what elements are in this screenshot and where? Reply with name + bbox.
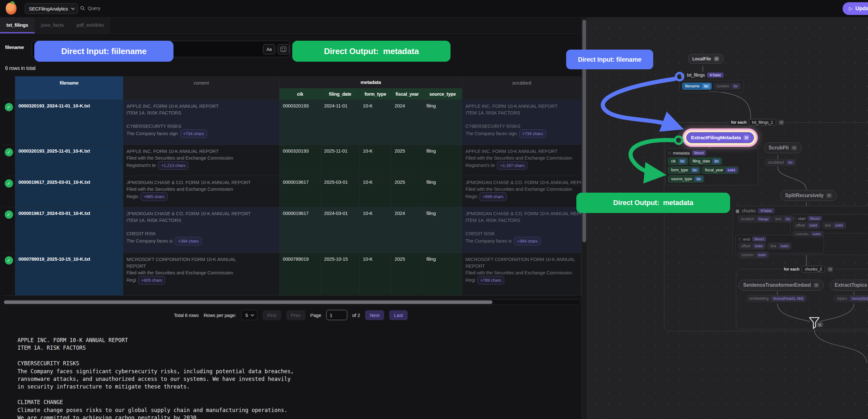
node-split-recursively[interactable]: SplitRecursively ▤ <box>780 190 837 201</box>
node-localfile[interactable]: LocalFile ▤ <box>688 54 723 64</box>
play-icon: ▷ <box>849 6 852 11</box>
cell-cik: 0000789019 <box>280 253 321 296</box>
total-rows-label: Total 6 rows <box>174 312 198 318</box>
more-chars-badge[interactable]: +1,213 chars <box>158 161 188 170</box>
more-chars-badge[interactable]: +734 chars <box>519 129 546 138</box>
update-button[interactable]: ▷ Update <box>843 2 868 15</box>
node-scrub-pii[interactable]: ScrubPii ▤ <box>764 143 802 153</box>
field-name: fiscal_year <box>703 167 726 173</box>
field-offset[interactable]: offset Int64 <box>793 222 820 229</box>
more-chars-badge[interactable]: +965 chars <box>141 192 167 201</box>
first-page-button[interactable]: First <box>262 310 281 320</box>
success-check-icon: ✓ <box>5 179 13 187</box>
more-chars-badge[interactable]: +789 chars <box>477 276 504 285</box>
success-check-icon: ✓ <box>5 148 13 156</box>
txt-filings-fields-box: filename Str content Str <box>679 80 744 92</box>
field-fiscal-year[interactable]: fiscal_year Int64 <box>702 167 738 174</box>
header-filename: filename <box>15 76 123 100</box>
field-text[interactable]: text Str <box>772 215 793 222</box>
row-status-cell: ✓ <box>3 176 15 207</box>
table-type-badge: KTable <box>707 72 723 78</box>
input-port-ring <box>675 72 684 81</box>
field-line[interactable]: line Int64 <box>822 222 846 229</box>
field-content[interactable]: content Str <box>714 83 741 90</box>
field-type: Str <box>732 84 740 89</box>
page-size-value: 5 <box>245 312 248 318</box>
foreach-txt-filings-header: for each txt_filings_1 ▤ <box>729 119 786 126</box>
node-extract-topics[interactable]: ExtractTopics ▤ <box>830 280 868 291</box>
header-cik: cik <box>280 88 321 100</box>
page-size-select[interactable]: 5 <box>241 310 257 320</box>
more-chars-badge[interactable]: +394 chars <box>514 237 541 245</box>
next-page-button[interactable]: Next <box>365 310 384 320</box>
field-line[interactable]: line Int64 <box>768 243 792 249</box>
more-chars-badge[interactable]: +1,187 chars <box>497 161 527 170</box>
field-scrubbed[interactable]: scrubbed Str <box>765 159 796 166</box>
header-content: content <box>123 76 280 100</box>
top-bar: SECFilingAnalytics Query ▷ Update <box>0 0 868 18</box>
more-chars-badge[interactable]: +394 chars <box>175 237 202 245</box>
field-type: Vector[Float32, 384] <box>771 296 805 301</box>
more-chars-badge[interactable]: +734 chars <box>180 129 207 138</box>
tab-json-facts[interactable]: json_facts <box>35 18 70 33</box>
page-number-input[interactable] <box>326 310 347 320</box>
more-chars-badge[interactable]: +805 chars <box>138 276 165 285</box>
prev-page-button[interactable]: Prev <box>286 310 305 320</box>
header-fiscal-year: fiscal_year <box>392 88 423 100</box>
field-offset[interactable]: offset Int64 <box>738 243 766 249</box>
table-icon: ▦ <box>736 209 739 213</box>
cell-fiscal-year: 2025 <box>392 253 423 296</box>
tab-txt-filings[interactable]: txt_filings <box>0 18 35 33</box>
success-check-icon: ✓ <box>5 256 13 265</box>
field-embedding[interactable]: embedding Vector[Float32, 384] <box>747 295 806 302</box>
cell-content: APPLE INC. FORM 10-K ANNUAL REPORT Filed… <box>123 145 280 176</box>
more-chars-badge[interactable]: +949 chars <box>479 192 506 201</box>
annotation-direct-output-right: Direct Output: metadata <box>576 193 730 213</box>
field-topics[interactable]: topics Vector[Str] <box>834 295 868 302</box>
field-filename[interactable]: filename Str <box>682 83 712 90</box>
chunks-table-box: ▦ chunks KTable location Range text Str … <box>733 206 868 255</box>
field-cik[interactable]: cik Str <box>668 158 688 165</box>
field-name: topics <box>835 295 849 302</box>
cell-content: JPMORGAN CHASE & CO. FORM 10-K ANNUAL RE… <box>123 207 280 253</box>
foreach-chunks-header: for each chunks_2 ▤ <box>782 266 835 272</box>
table-name: chunks <box>742 208 755 213</box>
tab-pdf-exhibits[interactable]: pdf_exhibits <box>70 18 110 33</box>
struct-type-badge: Struct <box>692 150 706 155</box>
field-filing-date[interactable]: filing_date Str <box>690 158 722 165</box>
cell-fiscal-year: 2024 <box>392 100 423 145</box>
cell-filing-date: 2024-11-01 <box>321 100 360 145</box>
field-name: content <box>714 83 732 89</box>
horizontal-scrollbar-thumb[interactable] <box>4 300 492 304</box>
field-form-type[interactable]: form_type Str <box>668 167 700 174</box>
field-type: Int64 <box>808 223 819 228</box>
cell-form-type: 10-K <box>360 253 392 296</box>
node-label: ExtractFilingMetadata <box>691 135 741 141</box>
cell-filing-date: 2025-03-01 <box>321 176 360 207</box>
node-extract-filing-metadata[interactable]: ExtractFilingMetadata ▤ <box>686 132 754 143</box>
cell-source-type: filing <box>423 207 462 253</box>
case-sensitivity-toggle[interactable]: Aa <box>263 44 275 54</box>
field-type: Int64 <box>756 252 768 258</box>
field-column[interactable]: column Int64 <box>738 251 769 259</box>
header-form-type: form_type <box>360 88 392 100</box>
header-filing-date: filing_date <box>321 88 360 100</box>
cell-source-type: filing <box>423 145 462 176</box>
cell-filename: 0000789019_2025-10-15_10-K.txt <box>15 253 123 296</box>
query-label: Query <box>88 5 100 11</box>
field-location[interactable]: location Range <box>738 215 772 222</box>
last-page-button[interactable]: Last <box>389 310 408 320</box>
regex-toggle[interactable] <box>278 44 289 54</box>
cell-cik: 0000320193 <box>280 100 321 145</box>
field-source-type[interactable]: source_type Str <box>668 176 704 182</box>
foreach-scope[interactable]: txt_filings_1 <box>749 119 776 126</box>
field-type: Vector[Str] <box>849 296 868 301</box>
node-sentence-transformer-embed[interactable]: SentenceTransformerEmbed ▤ <box>738 280 824 291</box>
cell-scrubbed: APPLE INC. FORM 10-K ANNUAL REPORT ITEM … <box>462 100 582 145</box>
query-button[interactable]: Query <box>80 5 100 11</box>
foreach-scope[interactable]: chunks_2 <box>802 266 825 272</box>
txt-filings-schema-header[interactable]: ▦ txt_filings KTable <box>681 72 723 78</box>
node-label: ExtractTopics <box>835 282 867 288</box>
annotation-direct-input-right: Direct Input: filename <box>566 50 653 69</box>
app-selector-dropdown[interactable]: SECFilingAnalytics <box>25 3 78 14</box>
